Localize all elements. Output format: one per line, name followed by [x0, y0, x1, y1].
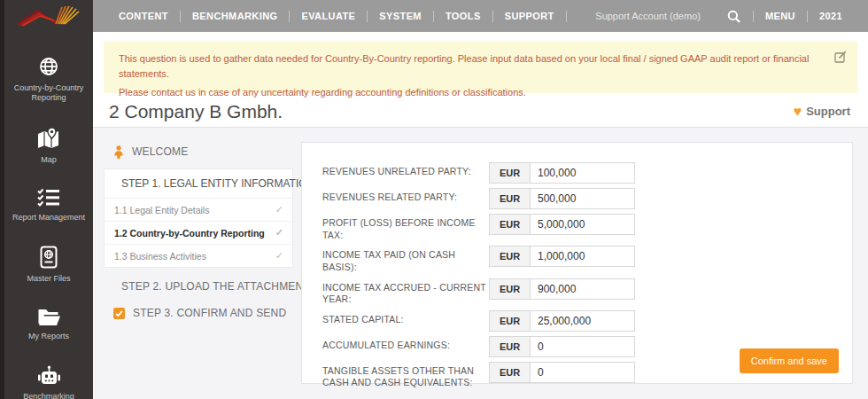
support-button[interactable]: ♥ Support [794, 105, 850, 119]
step1-section: STEP 1. LEGAL ENTITY INFORMATION 1.1 Leg… [104, 168, 293, 268]
cbc-form-card: REVENUES UNRELATED PARTY: EUR REVENUES R… [301, 142, 853, 384]
stated-capital-input[interactable] [531, 311, 634, 331]
amount-input-group: EUR [489, 162, 635, 184]
form-row: REVENUES UNRELATED PARTY: EUR [322, 162, 852, 184]
sidebar-item-benchmarking[interactable]: Benchmarking [4, 365, 93, 399]
substep-business-activities[interactable]: 1.3 Business Activities ✓ [105, 244, 292, 267]
currency-prefix: EUR [490, 246, 531, 266]
substep-label: 1.2 Country-by-Country Reporting [114, 228, 265, 239]
sidebar-item-report-management[interactable]: Report Management [4, 188, 93, 223]
step-welcome[interactable]: WELCOME [104, 144, 293, 160]
menu-toggle-button[interactable]: MENU [754, 11, 807, 21]
support-label: Support [806, 105, 850, 118]
sidebar-item-my-reports[interactable]: My Reports [4, 307, 93, 341]
sidebar-item-master-files[interactable]: Master Files [4, 246, 93, 284]
menu-item-benchmarking[interactable]: BENCHMARKING [181, 11, 290, 22]
passport-icon [38, 246, 59, 269]
currency-prefix: EUR [490, 311, 531, 331]
amount-input-group: EUR [489, 188, 635, 209]
account-label[interactable]: Support Account (demo) [595, 11, 715, 21]
checkbox-icon [113, 308, 125, 319]
sidebar-item-label: My Reports [25, 332, 73, 341]
page-body: WELCOME STEP 1. LEGAL ENTITY INFORMATION… [93, 128, 868, 399]
edit-banner-button[interactable] [834, 51, 847, 66]
substep-legal-entity-details[interactable]: 1.1 Legal Entity Details ✓ [105, 198, 292, 221]
map-icon [36, 127, 61, 150]
globe-icon [37, 55, 60, 78]
heart-icon: ♥ [794, 105, 802, 119]
title-row: 2 Company B Gmbh. ♥ Support [93, 96, 868, 128]
logo[interactable] [4, 0, 93, 32]
header-section: This question is used to gather data nee… [93, 32, 868, 128]
folder-icon [37, 307, 61, 326]
field-label: INCOME TAX PAID (ON CASH BASIS): [322, 246, 489, 273]
robot-icon [37, 365, 61, 387]
income-tax-accrued-input[interactable] [531, 279, 634, 299]
substep-country-by-country-reporting[interactable]: 1.2 Country-by-Country Reporting ✓ [105, 221, 292, 244]
step1-header[interactable]: STEP 1. LEGAL ENTITY INFORMATION [105, 169, 292, 198]
main-content: This question is used to gather data nee… [93, 32, 868, 399]
form-row: REVENUES RELATED PARTY: EUR [322, 188, 852, 209]
income-tax-paid-input[interactable] [531, 246, 634, 266]
app-window: Country-by-Country Reporting Map [0, 0, 868, 399]
substep-label: 1.1 Legal Entity Details [114, 205, 209, 215]
brand-logo-icon [14, 3, 83, 29]
amount-input-group: EUR [489, 246, 635, 267]
amount-input-group: EUR [489, 310, 635, 332]
check-icon: ✓ [275, 227, 283, 239]
form-row: INCOME TAX ACCRUED - CURRENT YEAR: EUR [322, 278, 852, 306]
year-selector[interactable]: 2021 [808, 11, 854, 21]
accumulated-earnings-input[interactable] [531, 337, 634, 356]
field-label: STATED CAPITAL: [322, 310, 489, 332]
step-welcome-label: WELCOME [132, 145, 188, 158]
field-label: TANGIBLE ASSETS OTHER THAN CASH AND CASH… [322, 362, 489, 389]
revenues-unrelated-party-input[interactable] [531, 163, 634, 183]
field-label: ACCUMULATED EARNINGS: [322, 336, 489, 357]
field-label: REVENUES RELATED PARTY: [322, 188, 489, 209]
sidebar-item-label: Country-by-Country Reporting [4, 83, 93, 104]
field-label: PROFIT (LOSS) BEFORE INCOME TAX: [322, 214, 489, 241]
step-nav: WELCOME STEP 1. LEGAL ENTITY INFORMATION… [104, 144, 293, 321]
tangible-assets-input[interactable] [531, 363, 634, 382]
person-icon [113, 145, 124, 159]
currency-prefix: EUR [490, 163, 531, 183]
step1-label: STEP 1. LEGAL ENTITY INFORMATION [121, 177, 314, 190]
revenues-related-party-input[interactable] [531, 189, 634, 208]
info-banner: This question is used to gather data nee… [104, 42, 857, 93]
sidebar-item-label: Map [37, 155, 60, 165]
check-icon: ✓ [275, 250, 283, 262]
page-title: 2 Company B Gmbh. [109, 101, 283, 122]
sidebar-nav: Country-by-Country Reporting Map [4, 32, 93, 399]
sidebar: Country-by-Country Reporting Map [0, 0, 93, 399]
checklist-icon [37, 188, 60, 207]
field-label: REVENUES UNRELATED PARTY: [322, 162, 489, 184]
menu-item-content[interactable]: CONTENT [107, 11, 181, 22]
sidebar-item-label: Report Management [9, 213, 89, 223]
sidebar-item-label: Benchmarking [19, 392, 78, 399]
menu-item-tools[interactable]: TOOLS [434, 11, 493, 22]
topbar: CONTENT BENCHMARKING EVALUATE SYSTEM TOO… [93, 0, 868, 32]
currency-prefix: EUR [490, 337, 531, 356]
amount-input-group: EUR [489, 362, 635, 383]
sidebar-item-country-by-country-reporting[interactable]: Country-by-Country Reporting [4, 55, 93, 104]
step3-header[interactable]: STEP 3. CONFIRM AND SEND [104, 305, 293, 321]
substep-label: 1.3 Business Activities [114, 251, 206, 262]
step2-header[interactable]: STEP 2. UPLOAD THE ATTACHMENTS [104, 278, 293, 294]
form-row: STATED CAPITAL: EUR [322, 310, 852, 332]
menu-item-system[interactable]: SYSTEM [368, 11, 434, 22]
sidebar-item-map[interactable]: Map [4, 127, 93, 165]
search-icon [727, 10, 740, 23]
top-menu: CONTENT BENCHMARKING EVALUATE SYSTEM TOO… [107, 11, 567, 22]
confirm-and-save-button[interactable]: Confirm and save [740, 348, 839, 373]
menu-item-evaluate[interactable]: EVALUATE [290, 11, 368, 22]
currency-prefix: EUR [490, 363, 531, 382]
topbar-right: Support Account (demo) MENU 2021 [595, 10, 854, 23]
amount-input-group: EUR [489, 214, 635, 235]
edit-icon [834, 51, 847, 63]
profit-before-tax-input[interactable] [531, 215, 634, 234]
sidebar-item-label: Master Files [23, 274, 74, 284]
check-icon: ✓ [275, 204, 283, 215]
menu-item-support[interactable]: SUPPORT [493, 11, 567, 22]
search-button[interactable] [715, 10, 753, 23]
form-row: INCOME TAX PAID (ON CASH BASIS): EUR [322, 246, 852, 273]
